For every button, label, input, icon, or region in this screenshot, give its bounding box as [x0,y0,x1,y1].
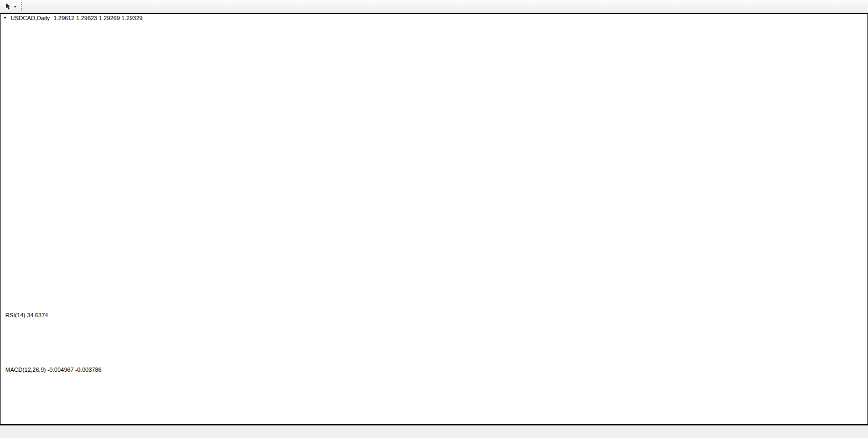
rsi-indicator-label: RSI(14) 34.6374 [5,312,48,318]
trading-terminal: ▼ ▼ USDCAD,Daily 1.29612 1.29623 1.29269… [0,0,868,438]
macd-indicator-label: MACD(12,26,9) -0.004967 -0.003786 [5,367,102,373]
tab-bar-spacer [0,426,10,438]
chart-canvas[interactable] [0,0,868,424]
symbol-tab-bar [0,425,868,438]
